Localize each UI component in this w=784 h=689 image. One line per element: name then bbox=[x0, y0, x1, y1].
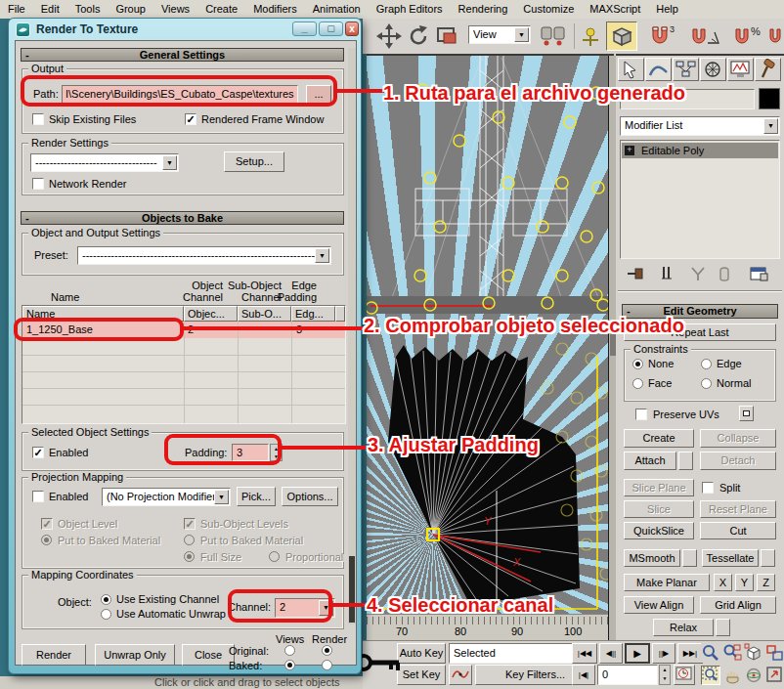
menu-create[interactable]: Create bbox=[197, 0, 245, 19]
chevron-down-icon[interactable]: ▼ bbox=[315, 248, 329, 263]
tab-modify[interactable] bbox=[645, 58, 672, 81]
object-level-checkbox[interactable]: ✓ bbox=[41, 518, 53, 530]
options-button[interactable]: Options... bbox=[282, 487, 338, 506]
put-baked-material-radio-1[interactable] bbox=[41, 535, 52, 545]
menu-customize[interactable]: Customize bbox=[515, 0, 582, 19]
chevron-down-icon[interactable]: ▼ bbox=[162, 155, 177, 170]
object-color-swatch[interactable] bbox=[759, 88, 780, 109]
table-header-sub-object-channel[interactable]: Sub-O... bbox=[238, 306, 291, 322]
menu-help[interactable]: Help bbox=[648, 0, 686, 19]
close-icon[interactable]: x bbox=[345, 22, 359, 36]
minimize-button[interactable]: _ bbox=[292, 22, 317, 36]
relax-button[interactable]: Relax bbox=[653, 619, 714, 636]
constraint-edge-radio[interactable] bbox=[701, 359, 712, 369]
current-frame-field[interactable]: 0 bbox=[597, 665, 658, 685]
pick-button[interactable]: Pick... bbox=[237, 487, 276, 506]
use-automatic-unwrap-radio[interactable] bbox=[101, 609, 111, 620]
planar-z-button[interactable]: Z bbox=[757, 574, 775, 591]
attach-settings-button[interactable] bbox=[678, 452, 693, 470]
render-preset-dropdown[interactable]: ----------------------------------▼ bbox=[30, 153, 179, 172]
original-views-radio[interactable] bbox=[284, 645, 295, 656]
modifier-stack[interactable]: + Editable Poly bbox=[620, 140, 780, 259]
objects-to-bake-header[interactable]: -Objects to Bake bbox=[21, 211, 344, 225]
dialog-scrollbar[interactable] bbox=[348, 48, 356, 624]
use-center-icon[interactable] bbox=[539, 24, 564, 50]
msmooth-button[interactable]: MSmooth bbox=[624, 549, 680, 567]
chevron-down-icon[interactable]: ▼ bbox=[514, 27, 529, 42]
set-key-curve-button[interactable] bbox=[449, 665, 472, 685]
reference-coordsys-dropdown[interactable]: View▼ bbox=[468, 25, 531, 44]
slice-button[interactable]: Slice bbox=[624, 500, 694, 518]
tab-motion[interactable] bbox=[700, 58, 726, 81]
maximize-viewport-icon[interactable] bbox=[765, 666, 784, 685]
grid-align-button[interactable]: Grid Align bbox=[700, 596, 776, 614]
next-frame-button[interactable]: ||▶ bbox=[652, 643, 675, 664]
menu-rendering[interactable]: Rendering bbox=[451, 0, 516, 19]
setup-button[interactable]: Setup... bbox=[224, 151, 284, 172]
projection-enabled-checkbox[interactable] bbox=[32, 491, 44, 502]
snaps-toggle-icon[interactable] bbox=[606, 22, 637, 51]
panel-scrollbar[interactable] bbox=[608, 56, 616, 640]
go-to-start-button[interactable]: |◀◀ bbox=[572, 643, 597, 664]
zoom-extents-all-icon[interactable] bbox=[765, 643, 784, 663]
attach-button[interactable]: Attach bbox=[624, 452, 676, 470]
preserve-uvs-settings-button[interactable] bbox=[739, 406, 754, 421]
constraint-face-radio[interactable] bbox=[632, 378, 643, 389]
angle-snap-magnet-icon[interactable] bbox=[688, 23, 723, 49]
slice-plane-button[interactable]: Slice Plane bbox=[624, 479, 694, 496]
table-header-edge-padding[interactable]: Edg... bbox=[291, 306, 335, 322]
make-unique-icon[interactable] bbox=[688, 265, 708, 284]
render-to-texture-dialog[interactable]: Render To Texture _ ▢ x -General Setting… bbox=[8, 18, 362, 674]
menu-edit[interactable]: Edit bbox=[33, 0, 67, 19]
baked-render-radio[interactable] bbox=[322, 660, 332, 670]
zoom-icon[interactable] bbox=[701, 643, 720, 663]
configure-modifier-sets-icon[interactable] bbox=[749, 265, 768, 284]
dialog-scrollbar-thumb[interactable] bbox=[349, 556, 355, 623]
zoom-extents-icon[interactable] bbox=[744, 643, 763, 663]
constraint-none-radio[interactable] bbox=[632, 359, 643, 369]
preset-dropdown[interactable]: ----------------------------------------… bbox=[77, 246, 331, 265]
percent-snap-magnet-icon[interactable]: % bbox=[731, 23, 766, 49]
menu-maxscript[interactable]: MAXScript bbox=[582, 0, 648, 19]
menu-graph-editors[interactable]: Graph Editors bbox=[369, 0, 451, 19]
zoom-all-icon[interactable] bbox=[722, 643, 742, 663]
stack-row-editable-poly[interactable]: + Editable Poly bbox=[622, 143, 778, 158]
time-ruler[interactable]: 70 80 90 100 bbox=[367, 614, 614, 640]
region-zoom-icon[interactable] bbox=[701, 666, 720, 685]
move-icon[interactable] bbox=[376, 23, 402, 49]
maximize-button[interactable]: ▢ bbox=[319, 22, 343, 36]
menu-file[interactable]: File bbox=[0, 0, 33, 19]
chevron-down-icon[interactable]: ▼ bbox=[214, 490, 229, 504]
network-render-checkbox[interactable] bbox=[32, 178, 44, 190]
sub-object-levels-checkbox[interactable]: ✓ bbox=[184, 518, 196, 530]
planar-x-button[interactable]: X bbox=[714, 574, 732, 591]
msmooth-settings-button[interactable] bbox=[682, 549, 697, 567]
auto-key-button[interactable]: Auto Key bbox=[397, 643, 446, 664]
tab-utilities[interactable] bbox=[755, 58, 781, 81]
go-to-end-button[interactable]: ▶▶| bbox=[677, 643, 703, 664]
original-render-radio[interactable] bbox=[322, 645, 332, 656]
play-button[interactable]: ▶ bbox=[625, 643, 650, 664]
close-button[interactable]: Close bbox=[182, 644, 235, 666]
menu-group[interactable]: Group bbox=[108, 0, 153, 19]
select-manipulate-icon[interactable] bbox=[579, 24, 604, 50]
tab-hierarchy[interactable] bbox=[673, 58, 699, 81]
preserve-uvs-checkbox[interactable] bbox=[635, 409, 647, 420]
create-button[interactable]: Create bbox=[624, 429, 694, 448]
menu-views[interactable]: Views bbox=[153, 0, 197, 19]
show-end-result-icon[interactable] bbox=[659, 265, 675, 284]
scale-icon[interactable] bbox=[435, 25, 460, 51]
unwrap-only-button[interactable]: Unwrap Only bbox=[95, 644, 175, 666]
key-mode-button[interactable]: |◀| bbox=[572, 665, 595, 685]
rotate-icon[interactable] bbox=[406, 23, 431, 49]
previous-frame-button[interactable]: ◀|| bbox=[599, 643, 623, 664]
chevron-down-icon[interactable]: ▼ bbox=[763, 118, 778, 134]
constraint-normal-radio[interactable] bbox=[701, 378, 712, 389]
projection-modifier-dropdown[interactable]: (No Projection Modifier)▼ bbox=[102, 488, 231, 506]
enabled-checkbox[interactable]: ✓ bbox=[32, 447, 44, 458]
snap-3d-magnet-icon[interactable]: 3 bbox=[645, 23, 680, 49]
arc-rotate-icon[interactable] bbox=[744, 666, 763, 685]
proportional-radio[interactable] bbox=[269, 551, 280, 562]
collapse-button[interactable]: Collapse bbox=[700, 429, 776, 448]
rendered-frame-window-checkbox[interactable]: ✓ bbox=[185, 113, 196, 125]
